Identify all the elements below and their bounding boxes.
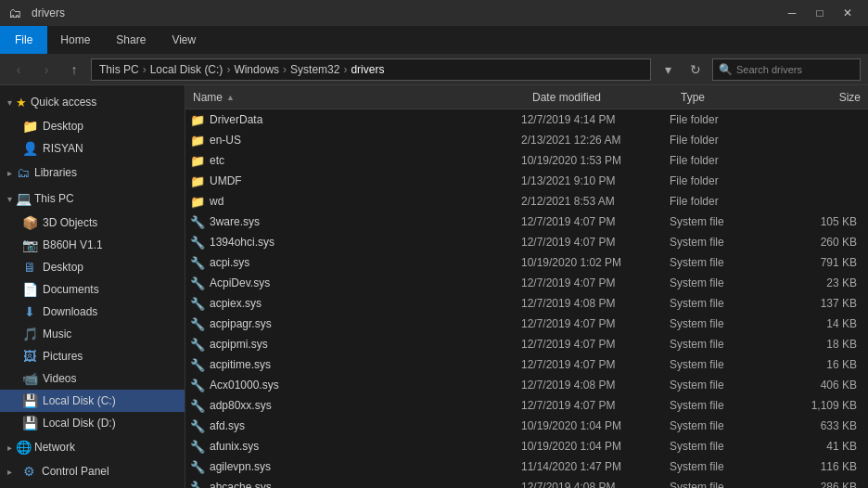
table-row[interactable]: 🔧afunix.sys10/19/2020 1:04 PMSystem file… (185, 436, 868, 456)
table-row[interactable]: 🔧adp80xx.sys12/7/2019 4:07 PMSystem file… (185, 395, 868, 416)
menu-view[interactable]: View (159, 26, 209, 54)
minimize-button[interactable]: ─ (779, 0, 805, 26)
table-row[interactable]: 🔧afd.sys10/19/2020 1:04 PMSystem file633… (185, 416, 868, 436)
forward-button[interactable]: › (35, 58, 57, 81)
sidebar-item-desktop1[interactable]: 📁 Desktop (0, 115, 185, 137)
breadcrumb-item-localc[interactable]: Local Disk (C:) (150, 63, 223, 76)
table-row[interactable]: 🔧acpiex.sys12/7/2019 4:08 PMSystem file1… (185, 293, 868, 314)
menu-file[interactable]: File (0, 26, 47, 54)
col-header-size[interactable]: Size (785, 85, 868, 109)
sidebar-item-music[interactable]: 🎵 Music (0, 323, 185, 345)
documents-icon: 📄 (22, 282, 37, 297)
file-type: System file (670, 215, 781, 228)
file-name: acpipagr.sys (210, 317, 521, 330)
breadcrumb-item-thispc[interactable]: This PC (99, 63, 139, 76)
sidebar-item-control-panel-label: Control Panel (42, 465, 109, 478)
table-row[interactable]: 🔧1394ohci.sys12/7/2019 4:07 PMSystem fil… (185, 232, 868, 252)
thispc-chevron: ▾ (7, 194, 12, 204)
address-bar: ‹ › ↑ This PC › Local Disk (C:) › Window… (0, 54, 868, 85)
table-row[interactable]: 📁DriverData12/7/2019 4:14 PMFile folder (185, 109, 868, 130)
file-date: 12/7/2019 4:07 PM (521, 317, 670, 330)
file-size: 18 KB (781, 338, 864, 351)
breadcrumb-dropdown-button[interactable]: ▾ (657, 58, 679, 81)
file-date: 12/7/2019 4:07 PM (521, 338, 670, 351)
table-row[interactable]: 🔧agilevpn.sys11/14/2020 1:47 PMSystem fi… (185, 456, 868, 477)
breadcrumb-bar[interactable]: This PC › Local Disk (C:) › Windows › Sy… (91, 58, 651, 81)
libraries-chevron: ▸ (7, 168, 12, 178)
table-row[interactable]: 📁UMDF1/13/2021 9:10 PMFile folder (185, 171, 868, 191)
table-row[interactable]: 🔧acpipagr.sys12/7/2019 4:07 PMSystem fil… (185, 314, 868, 334)
sidebar-section-quick-access[interactable]: ▾ ★ Quick access (0, 89, 185, 115)
system-file-icon: 🔧 (189, 438, 206, 455)
sidebar: ▾ ★ Quick access 📁 Desktop 👤 RISYAN ▸ 🗂 … (0, 85, 185, 488)
sidebar-item-localc-label: Local Disk (C:) (43, 394, 116, 407)
file-name: acpitime.sys (210, 358, 521, 371)
table-row[interactable]: 🔧acpipmi.sys12/7/2019 4:07 PMSystem file… (185, 334, 868, 354)
sidebar-section-network[interactable]: ▸ 🌐 Network (0, 434, 185, 460)
thispc-icon: 💻 (16, 191, 31, 206)
table-row[interactable]: 📁en-US2/13/2021 12:26 AMFile folder (185, 130, 868, 150)
file-name: Acx01000.sys (210, 379, 521, 392)
quick-access-chevron: ▾ (7, 97, 12, 108)
col-header-type[interactable]: Type (673, 85, 785, 109)
network-chevron: ▸ (7, 443, 12, 453)
refresh-button[interactable]: ↻ (684, 58, 707, 81)
sidebar-item-libraries-label: Libraries (34, 166, 77, 179)
window-icon-1: 🗂 (7, 6, 22, 20)
menu-home[interactable]: Home (47, 26, 103, 54)
file-date: 2/13/2021 12:26 AM (521, 134, 670, 147)
file-date: 12/7/2019 4:08 PM (521, 481, 670, 488)
close-button[interactable]: ✕ (835, 0, 861, 26)
sidebar-item-pictures[interactable]: 🖼 Pictures (0, 345, 185, 367)
table-row[interactable]: 🔧acpi.sys10/19/2020 1:02 PMSystem file79… (185, 252, 868, 273)
table-row[interactable]: 🔧3ware.sys12/7/2019 4:07 PMSystem file10… (185, 212, 868, 232)
sidebar-section-libraries[interactable]: ▸ 🗂 Libraries (0, 160, 185, 186)
title-bar: 🗂 drivers ─ □ ✕ (0, 0, 868, 26)
table-row[interactable]: 📁wd2/12/2021 8:53 AMFile folder (185, 191, 868, 212)
sidebar-item-desktop2[interactable]: 🖥 Desktop (0, 256, 185, 278)
file-name: wd (210, 195, 521, 208)
back-button[interactable]: ‹ (7, 58, 30, 81)
sidebar-item-locald[interactable]: 💾 Local Disk (D:) (0, 412, 185, 434)
sidebar-item-risyan-label: RISYAN (43, 142, 83, 155)
file-size: 14 KB (781, 317, 864, 330)
table-row[interactable]: 🔧Acx01000.sys12/7/2019 4:08 PMSystem fil… (185, 375, 868, 395)
menu-share[interactable]: Share (103, 26, 159, 54)
sidebar-item-downloads[interactable]: ⬇ Downloads (0, 301, 185, 323)
search-icon: 🔍 (719, 63, 733, 76)
file-date: 12/7/2019 4:07 PM (521, 215, 670, 228)
file-date: 10/19/2020 1:04 PM (521, 440, 670, 453)
table-row[interactable]: 🔧ahcache.sys12/7/2019 4:08 PMSystem file… (185, 477, 868, 488)
file-type: System file (670, 256, 781, 269)
breadcrumb-item-drivers[interactable]: drivers (351, 63, 384, 76)
col-type-label: Type (681, 91, 705, 104)
sidebar-item-b860h[interactable]: 📷 B860H V1.1 (0, 234, 185, 256)
sidebar-item-3dobjects[interactable]: 📦 3D Objects (0, 212, 185, 234)
breadcrumb-item-windows[interactable]: Windows (234, 63, 279, 76)
control-panel-icon: ⚙ (21, 464, 36, 479)
maximize-button[interactable]: □ (807, 0, 833, 26)
3dobjects-icon: 📦 (22, 215, 37, 230)
file-type: System file (670, 399, 781, 412)
sidebar-item-localc[interactable]: 💾 Local Disk (C:) (0, 390, 185, 412)
col-header-name[interactable]: Name ▲ (185, 85, 525, 109)
sidebar-item-documents[interactable]: 📄 Documents (0, 278, 185, 301)
sidebar-item-control-panel[interactable]: ▸ ⚙ Control Panel (0, 460, 185, 482)
table-row[interactable]: 🔧acpitime.sys12/7/2019 4:07 PMSystem fil… (185, 354, 868, 375)
menu-bar: File Home Share View (0, 26, 868, 54)
sidebar-item-downloads-label: Downloads (43, 305, 97, 318)
table-row[interactable]: 📁etc10/19/2020 1:53 PMFile folder (185, 150, 868, 171)
quick-access-star-icon: ★ (16, 96, 27, 109)
sidebar-item-videos[interactable]: 📹 Videos (0, 367, 185, 390)
network-icon: 🌐 (16, 440, 31, 455)
col-header-date[interactable]: Date modified (525, 85, 673, 109)
breadcrumb-item-system32[interactable]: System32 (290, 63, 339, 76)
search-bar[interactable]: 🔍 Search drivers (712, 58, 861, 81)
sidebar-section-thispc[interactable]: ▾ 💻 This PC (0, 186, 185, 212)
file-name: adp80xx.sys (210, 399, 521, 412)
main-layout: ▾ ★ Quick access 📁 Desktop 👤 RISYAN ▸ 🗂 … (0, 85, 868, 488)
title-bar-title: drivers (32, 6, 65, 19)
table-row[interactable]: 🔧AcpiDev.sys12/7/2019 4:07 PMSystem file… (185, 273, 868, 293)
sidebar-item-risyan[interactable]: 👤 RISYAN (0, 137, 185, 160)
up-button[interactable]: ↑ (63, 58, 85, 81)
